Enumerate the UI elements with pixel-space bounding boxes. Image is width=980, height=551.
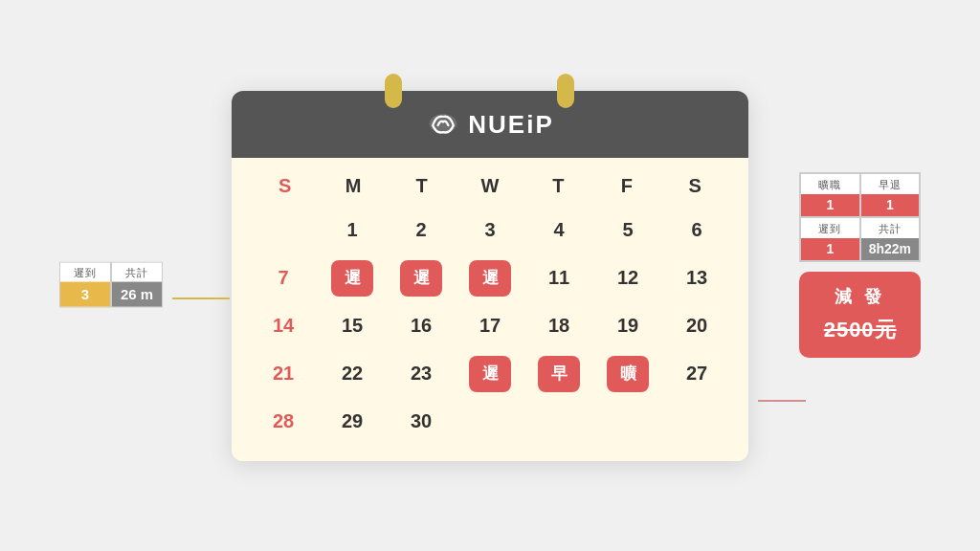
late-badge: 遲 (469, 356, 511, 392)
day-cell: 28 (251, 400, 316, 444)
total-cell: 共計 8h22m (860, 217, 920, 261)
late-label: 遲到 (68, 263, 102, 282)
day-cell: 16 (389, 304, 454, 348)
day-cell: 13 (664, 256, 729, 300)
total-r-label: 共計 (873, 218, 907, 238)
absent-label: 曠職 (813, 174, 847, 194)
day-header-fri: F (592, 169, 660, 203)
early-badge: 早 (538, 356, 580, 392)
day-header-mon: M (319, 169, 387, 203)
day-cell: 17 (457, 304, 523, 348)
day-cell: 3 (457, 209, 523, 253)
day-cell (457, 400, 523, 444)
early-leave-label: 早退 (873, 174, 907, 194)
day-cell: 29 (320, 400, 385, 444)
day-cell: 22 (320, 352, 385, 396)
late-badge: 遲 (331, 260, 373, 297)
day-cell: 18 (526, 304, 591, 348)
day-cell: 早 (526, 352, 591, 396)
late-badge: 遲 (400, 260, 442, 297)
left-panel: 遲到 3 共計 26 m (59, 262, 163, 308)
day-cell: 4 (526, 209, 591, 253)
connector-left-line (172, 298, 230, 299)
day-header-thu: T (524, 169, 592, 203)
day-headers: S M T W T F S (251, 169, 729, 203)
day-cell: 23 (389, 352, 454, 396)
day-cell: 21 (251, 352, 316, 396)
early-leave-value: 1 (861, 194, 919, 216)
early-leave-cell: 早退 1 (860, 173, 920, 217)
day-cell (526, 400, 591, 444)
day-cell: 11 (526, 256, 591, 300)
day-cell: 12 (595, 256, 660, 300)
absent-cell: 曠職 1 (800, 173, 859, 217)
total-value: 26 m (112, 282, 162, 307)
ring-left (385, 74, 402, 108)
day-cell: 30 (389, 400, 454, 444)
day-cell (664, 400, 729, 444)
right-info-grid: 曠職 1 早退 1 遲到 1 共計 8h22m (799, 172, 921, 262)
day-cell: 2 (389, 209, 454, 253)
day-cell: 27 (664, 352, 729, 396)
total-r-value: 8h22m (861, 238, 919, 260)
nueip-logo-icon (426, 108, 460, 143)
scene: 遲到 3 共計 26 m NUEiP (59, 17, 921, 534)
day-cell: 遲 (457, 256, 523, 300)
total-time-box: 共計 26 m (111, 262, 163, 308)
day-cell: 19 (595, 304, 660, 348)
day-cell (595, 400, 660, 444)
connector-right-line (758, 400, 806, 402)
day-header-sat: S (661, 169, 729, 203)
day-cell: 14 (251, 304, 316, 348)
late-badge: 遲 (469, 260, 511, 297)
absent-value: 1 (801, 194, 858, 216)
day-header-wed: W (456, 169, 523, 203)
nueip-logo: NUEiP (426, 108, 553, 143)
left-info-row: 遲到 3 共計 26 m (59, 262, 163, 308)
total-label: 共計 (120, 263, 154, 282)
day-cell: 7 (251, 256, 316, 300)
day-cell: 5 (595, 209, 660, 253)
calendar-grid: 1 2 3 4 5 6 7 遲 遲 遲 11 12 13 14 15 (251, 209, 729, 444)
day-cell: 遲 (457, 352, 523, 396)
day-cell: 20 (664, 304, 729, 348)
right-panel: 曠職 1 早退 1 遲到 1 共計 8h22m 減 發 2500元 (799, 172, 921, 358)
late-cell: 遲到 1 (800, 217, 859, 261)
calendar-wrapper: NUEiP S M T W T F S (232, 91, 748, 461)
day-cell: 遲 (389, 256, 454, 300)
day-cell: 15 (320, 304, 385, 348)
calendar-header: NUEiP (232, 91, 748, 158)
day-cell: 曠 (595, 352, 660, 396)
late-r-label: 遲到 (813, 218, 847, 238)
deduction-box: 減 發 2500元 (799, 272, 921, 358)
day-cell (251, 209, 316, 253)
late-r-value: 1 (801, 238, 858, 260)
day-cell: 遲 (320, 256, 385, 300)
day-cell: 1 (320, 209, 385, 253)
day-header-tue: T (388, 169, 456, 203)
ring-right (557, 74, 574, 108)
late-value: 3 (60, 282, 110, 307)
absent-badge: 曠 (607, 356, 649, 392)
late-count-box: 遲到 3 (59, 262, 111, 308)
calendar-card: NUEiP S M T W T F S (232, 91, 748, 461)
day-header-sun: S (251, 169, 319, 203)
calendar-body: S M T W T F S 1 2 3 4 5 6 (232, 158, 748, 461)
deduction-amount: 2500元 (820, 316, 900, 344)
deduction-title: 減 發 (820, 285, 900, 308)
logo-text: NUEiP (468, 110, 553, 140)
day-cell: 6 (664, 209, 729, 253)
